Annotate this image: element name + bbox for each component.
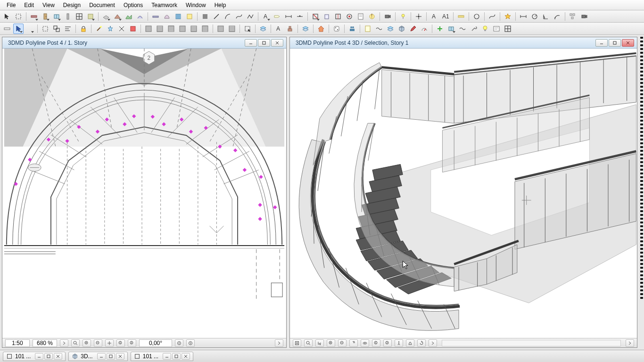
ie-icon[interactable] [333, 11, 343, 22]
bulb-icon[interactable] [480, 24, 490, 34]
detail-icon[interactable] [344, 11, 355, 22]
hatch5-icon[interactable] [189, 24, 199, 34]
hatch3-icon[interactable] [166, 24, 176, 34]
star-icon[interactable] [503, 11, 513, 22]
menu-edit[interactable]: Edit [20, 1, 38, 9]
scroll-right-btn[interactable] [60, 339, 68, 347]
polyline-icon[interactable] [245, 11, 256, 22]
nav-home-icon[interactable] [293, 339, 301, 347]
close-button[interactable] [622, 39, 634, 47]
fill-icon[interactable] [200, 11, 210, 22]
section-icon[interactable] [310, 11, 321, 22]
scroll-right2-btn[interactable] [626, 339, 634, 347]
close-button[interactable] [271, 39, 283, 47]
ruler-icon[interactable] [2, 24, 12, 34]
tab-restore-button[interactable] [35, 353, 43, 360]
nav-zoomout-icon[interactable] [338, 339, 347, 347]
window-icon[interactable] [446, 24, 456, 34]
window-tab[interactable]: 3D... [68, 352, 127, 361]
note-icon[interactable] [363, 24, 373, 34]
pane-3d-titlebar[interactable]: 3DMD Polyline Post 4 3D / Selection, Sto… [290, 37, 637, 49]
menu-teamwork[interactable]: Teamwork [148, 1, 181, 9]
marquee-icon[interactable] [13, 11, 24, 22]
nav-cycle-icon[interactable] [417, 339, 426, 347]
level-icon[interactable] [295, 11, 305, 22]
dice-icon[interactable] [331, 24, 342, 34]
dd-icon[interactable] [25, 24, 35, 34]
arrow-icon[interactable] [2, 11, 12, 22]
grid-icon[interactable] [74, 11, 84, 22]
tools-icon[interactable] [469, 24, 479, 34]
nav-zoomprev-icon[interactable] [372, 339, 380, 347]
hatch6-icon[interactable] [200, 24, 210, 34]
pane-floorplan-titlebar[interactable]: 3DMD Polyline Post 4 / 1. Story [2, 37, 286, 49]
orient-prev-icon[interactable] [175, 339, 183, 347]
arc-icon[interactable] [223, 11, 233, 22]
hatch7-icon[interactable] [215, 24, 226, 34]
tab-close-button[interactable] [54, 353, 62, 360]
home-icon[interactable] [316, 24, 326, 34]
scroll-right2-btn[interactable] [275, 339, 283, 347]
waves-icon[interactable] [457, 24, 468, 34]
group-icon[interactable] [51, 24, 62, 34]
sel-icon[interactable] [242, 24, 253, 34]
hatch1-icon[interactable] [143, 24, 154, 34]
tab-max-button[interactable] [172, 353, 181, 360]
mesh-icon[interactable] [124, 11, 134, 22]
grid2-icon[interactable] [503, 24, 513, 34]
cube-icon[interactable] [396, 24, 407, 34]
dim-angle-icon[interactable] [541, 11, 551, 22]
scroll-right-btn[interactable] [429, 339, 437, 347]
dim-icon[interactable] [283, 11, 294, 22]
minimize-button[interactable] [245, 39, 257, 47]
window-tab[interactable]: 101 ... [131, 352, 193, 361]
camera-icon[interactable] [382, 11, 393, 22]
floorplan-viewport[interactable]: 2 [2, 49, 286, 338]
worksheet-icon[interactable] [355, 11, 366, 22]
menu-help[interactable]: Help [211, 1, 230, 9]
3d-viewport[interactable] [290, 49, 637, 338]
A-icon[interactable]: A [429, 11, 439, 22]
layers-icon[interactable] [258, 24, 268, 34]
wave-icon[interactable] [374, 24, 384, 34]
textblock-icon[interactable] [491, 24, 502, 34]
elevation-icon[interactable] [322, 11, 332, 22]
pen-icon[interactable] [408, 24, 418, 34]
nav-orbit-icon[interactable] [361, 339, 369, 347]
roof-icon[interactable] [112, 11, 123, 22]
nav-zoomnext-icon[interactable] [383, 339, 392, 347]
zoom-in-icon[interactable] [83, 339, 91, 347]
menu-design[interactable]: Design [59, 1, 84, 9]
marquee2-icon[interactable] [40, 24, 50, 34]
change-icon[interactable]: ! [367, 11, 377, 22]
shell-icon[interactable] [135, 11, 145, 22]
zone-icon[interactable] [184, 11, 195, 22]
menu-window[interactable]: Window [182, 1, 210, 9]
dim-arc-icon[interactable] [552, 11, 562, 22]
magic-icon[interactable] [105, 24, 116, 34]
layers3-icon[interactable] [385, 24, 396, 34]
orient-next-icon[interactable] [186, 339, 195, 347]
dim-chain-icon[interactable] [518, 11, 528, 22]
cursor-icon[interactable] [13, 24, 24, 34]
zoom-box[interactable]: 680 % [33, 339, 57, 347]
layers2-icon[interactable] [300, 24, 311, 34]
nav-walk-icon[interactable] [395, 339, 403, 347]
plus-icon[interactable] [435, 24, 445, 34]
hotspot-icon[interactable] [413, 11, 424, 22]
menu-view[interactable]: View [39, 1, 58, 9]
tree-icon[interactable] [568, 11, 578, 22]
menu-file[interactable]: File [3, 1, 19, 9]
spline-icon[interactable] [234, 11, 244, 22]
hatch2-icon[interactable] [155, 24, 165, 34]
nav-fit-icon[interactable] [304, 339, 313, 347]
slab-icon[interactable] [101, 11, 111, 22]
A1-icon[interactable]: A1 [440, 11, 451, 22]
maximize-button[interactable] [609, 39, 621, 47]
minimize-button[interactable] [595, 39, 608, 47]
lamp-icon[interactable] [398, 11, 408, 22]
tab-restore-button[interactable] [97, 353, 106, 360]
angle-box[interactable]: 0,00° [139, 339, 172, 347]
hatch8-icon[interactable] [227, 24, 237, 34]
gauge-icon[interactable] [419, 24, 429, 34]
